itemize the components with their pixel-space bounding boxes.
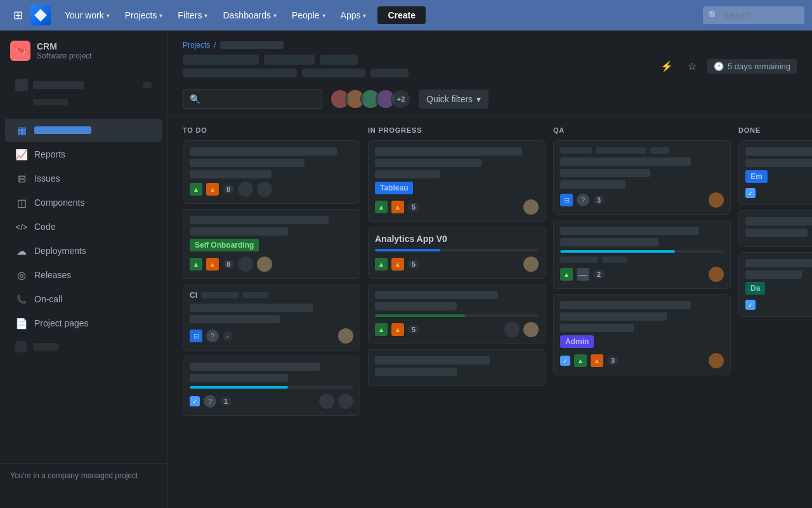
chevron-down-icon: ▾: [107, 12, 110, 19]
sidebar-item-reports[interactable]: 📈 Reports: [5, 143, 162, 166]
status-icon: ▲: [190, 258, 202, 271]
progress-fill: [560, 250, 675, 253]
card-title-blurred: [745, 159, 812, 167]
nav-filters[interactable]: Filters ▾: [171, 6, 214, 24]
count-badge: -: [223, 331, 233, 340]
sidebar-item-oncall[interactable]: 📞 On-call: [5, 288, 162, 311]
main-content: Projects /: [167, 30, 812, 508]
card-title-blurred: [560, 227, 699, 235]
quick-filters-button[interactable]: Quick filters ▾: [419, 90, 488, 109]
table-row[interactable]: CI ⊟ ? -: [183, 284, 360, 351]
kanban-col-inprogress: IN PROGRESS Tableau ▲ ▲ 5: [368, 126, 546, 391]
card-title-blurred: [375, 356, 490, 364]
card-footer: ▲ — 2: [560, 267, 724, 282]
count-badge: 8: [223, 260, 234, 269]
status-icon: ▲: [375, 201, 388, 213]
pages-icon: 📄: [15, 317, 28, 330]
table-row[interactable]: Self Onboarding ▲ ▲ 8: [183, 209, 360, 279]
table-row[interactable]: Em ✓: [738, 140, 812, 205]
chevron-down-icon: ▾: [204, 12, 207, 19]
sidebar-footer: You're in a company-managed project: [0, 463, 167, 488]
card-title-blurred: [745, 147, 812, 156]
table-row[interactable]: ▲ — 2: [553, 220, 731, 289]
progress-bar: [560, 250, 724, 253]
sidebar-item-code[interactable]: </> Code: [5, 215, 162, 238]
card-blurred: [596, 147, 646, 154]
question-icon: ?: [577, 194, 589, 206]
card-title-blurred: [375, 302, 457, 311]
sidebar-item-project-pages[interactable]: 📄 Project pages: [5, 312, 162, 335]
star-icon[interactable]: ☆: [682, 56, 702, 76]
search-input[interactable]: [703, 6, 804, 24]
page-subtitle2-blurred: [320, 55, 358, 65]
card-blurred-label: [243, 292, 268, 298]
board-search[interactable]: 🔍: [183, 90, 322, 109]
kanban-col-todo: TO DO ▲ ▲ 8: [183, 126, 360, 421]
table-row[interactable]: Admin ✓ ▲ ▲ 3: [553, 294, 731, 375]
page-title-row: ⚡ ☆ 🕐 5 days remaining: [183, 55, 797, 77]
card-footer: ✓ ▲ ▲ 3: [560, 353, 724, 368]
status-icon: ▲: [574, 354, 587, 367]
sidebar-item-issues[interactable]: ⊟ Issues: [5, 167, 162, 190]
card-title-blurred: [560, 169, 650, 177]
minus-icon: —: [577, 268, 589, 281]
chevron-down-icon: ▾: [159, 12, 162, 19]
card-title-blurred: [560, 238, 658, 246]
priority-icon: ▲: [206, 183, 219, 196]
card-footer: ⊟ ? 3: [560, 192, 724, 208]
count-badge: 2: [593, 270, 605, 279]
table-row[interactable]: Tableau ▲ ▲ 5: [368, 140, 546, 222]
table-row[interactable]: ⊟ ? 3: [553, 140, 731, 215]
chevron-down-icon: ▾: [363, 12, 366, 19]
table-row[interactable]: ▲ ▲ 5: [368, 284, 546, 344]
card-avatar: [523, 322, 539, 337]
table-row[interactable]: Analytics App V0 ▲ ▲ 5: [368, 227, 546, 279]
card-title-blurred: [560, 312, 667, 321]
project-info: CRM Software project: [37, 41, 92, 60]
table-row[interactable]: Da ✓: [738, 252, 812, 317]
breadcrumb-root[interactable]: Projects: [183, 41, 210, 50]
card-avatar: [338, 394, 353, 409]
project-avatar: 🐙: [10, 41, 30, 61]
sidebar-item-extra[interactable]: [5, 336, 162, 358]
table-row[interactable]: ▲ ▲ 8: [183, 140, 360, 204]
sidebar-item-releases[interactable]: ◎ Releases: [5, 264, 162, 286]
grid-menu-icon[interactable]: ⊞: [8, 5, 28, 25]
progress-bar: [375, 314, 539, 317]
priority-icon: ▲: [391, 201, 404, 213]
card-footer: ▲ ▲ 8: [190, 182, 353, 197]
lightning-icon[interactable]: ⚡: [657, 56, 677, 76]
sidebar-item-components[interactable]: ◫ Components: [5, 191, 162, 214]
nav-your-work[interactable]: Your work ▾: [58, 6, 116, 24]
card-avatar: [504, 322, 520, 337]
card-prefix: CI: [190, 291, 197, 300]
project-name: CRM: [37, 41, 92, 51]
sidebar-item-deployments[interactable]: ☁ Deployments: [5, 239, 162, 262]
nav-apps[interactable]: Apps ▾: [334, 6, 373, 24]
nav-projects[interactable]: Projects ▾: [119, 6, 169, 24]
card-title-blurred: [190, 315, 280, 323]
create-button[interactable]: Create: [377, 6, 426, 24]
card-footer: ▲ ▲ 5: [375, 199, 539, 215]
card-avatar: [523, 199, 539, 215]
nav-people[interactable]: People ▾: [285, 6, 332, 24]
kanban-col-done: DONE Em ✓: [738, 126, 812, 322]
board-icon: ▦: [15, 124, 28, 137]
breadcrumb-separator: /: [214, 41, 216, 50]
card-title-blurred: [190, 374, 288, 382]
col-header-done: DONE: [738, 126, 812, 140]
nav-dashboards[interactable]: Dashboards ▾: [216, 6, 283, 24]
status-icon: ⊟: [190, 330, 202, 342]
table-row[interactable]: [368, 349, 546, 386]
deployments-icon: ☁: [15, 244, 28, 257]
table-row[interactable]: [738, 210, 812, 247]
col-header-inprogress: IN PROGRESS: [368, 126, 546, 140]
sidebar-item-board[interactable]: ▦: [5, 119, 162, 142]
card-blurred: [650, 147, 669, 154]
progress-fill: [190, 386, 288, 389]
table-row[interactable]: ✓ ? 1: [183, 356, 360, 416]
priority-icon: ▲: [391, 323, 404, 336]
card-title-blurred: [190, 227, 288, 236]
checkbox-icon: ✓: [190, 396, 200, 406]
app-logo[interactable]: [30, 5, 51, 25]
